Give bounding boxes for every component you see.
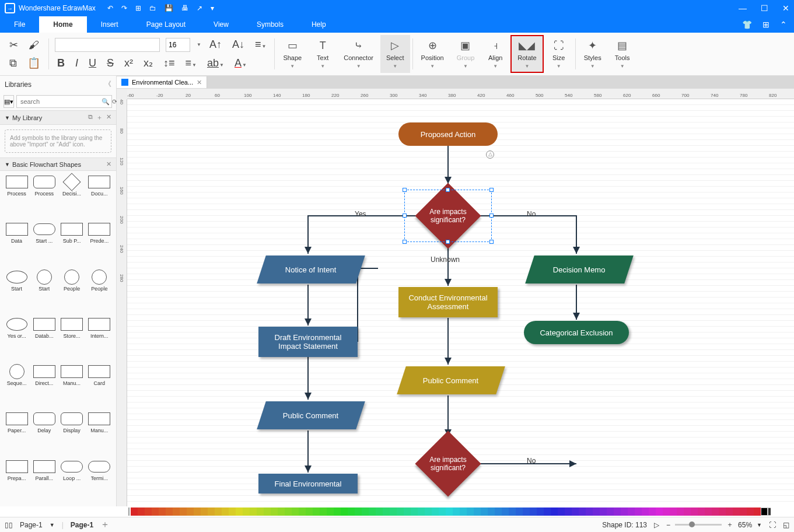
shape-item[interactable]: Paper...	[4, 411, 30, 455]
close-button[interactable]: ✕	[782, 4, 789, 13]
line-spacing-icon[interactable]: ↕≡	[161, 56, 177, 71]
color-swatch[interactable]	[537, 508, 544, 516]
text-button[interactable]: TText▼	[309, 35, 337, 73]
color-swatch[interactable]	[621, 508, 628, 516]
flowchart-shapes-header[interactable]: ▼Basic Flowchart Shapes ✕	[0, 158, 116, 171]
color-swatch[interactable]	[411, 508, 418, 516]
shape-item[interactable]: Termi...	[86, 459, 113, 503]
color-swatch[interactable]	[551, 508, 558, 516]
color-swatch[interactable]	[726, 508, 733, 516]
format-painter-icon[interactable]: 🖌	[26, 38, 41, 52]
add-icon[interactable]: ＋	[96, 113, 103, 122]
color-swatch[interactable]	[488, 508, 495, 516]
color-swatch[interactable]	[278, 508, 285, 516]
node-categorical-exclusion[interactable]: Categorical Exclusion	[524, 321, 629, 344]
node-public-comment-2[interactable]: Public Comment	[397, 366, 505, 394]
remove-cat-icon[interactable]: ✕	[106, 160, 111, 168]
node-decision-memo[interactable]: Decision Memo	[525, 256, 634, 284]
color-swatch[interactable]	[642, 508, 649, 516]
fit-page-icon[interactable]: ⛶	[769, 521, 776, 529]
color-swatch[interactable]	[376, 508, 383, 516]
size-button[interactable]: ⛶Size▼	[545, 35, 573, 73]
color-swatch[interactable]	[544, 508, 551, 516]
color-swatch[interactable]	[159, 508, 166, 516]
color-swatch[interactable]	[670, 508, 677, 516]
color-swatch[interactable]	[362, 508, 369, 516]
page-tab[interactable]: Page-1	[71, 521, 93, 529]
shape-item[interactable]: Start	[31, 270, 57, 313]
remove-lib-icon[interactable]: ✕	[106, 113, 111, 122]
strike-icon[interactable]: S	[104, 56, 116, 71]
menu-insert[interactable]: Insert	[87, 16, 132, 33]
color-swatch[interactable]	[453, 508, 460, 516]
color-swatch[interactable]	[201, 508, 208, 516]
color-swatch[interactable]	[229, 508, 236, 516]
color-swatch[interactable]	[313, 508, 320, 516]
color-swatch[interactable]	[516, 508, 523, 516]
shape-item[interactable]: Process	[4, 174, 30, 218]
color-swatch[interactable]	[467, 508, 474, 516]
expand-node-icon[interactable]: △	[486, 150, 494, 159]
save-icon[interactable]: 💾	[165, 4, 173, 12]
zoom-in-button[interactable]: ＋	[726, 520, 733, 530]
color-swatch[interactable]	[145, 508, 152, 516]
fullscreen-icon[interactable]: ◱	[783, 521, 789, 529]
shape-item[interactable]: Start ...	[31, 222, 57, 265]
print-icon[interactable]: 🖶	[181, 4, 188, 12]
font-family-select[interactable]	[55, 38, 160, 52]
menu-symbols[interactable]: Symbols	[243, 16, 298, 33]
bold-icon[interactable]: B	[55, 56, 67, 71]
node-draft-eis[interactable]: Draft Environmental Impact Statement	[258, 327, 358, 357]
new-icon[interactable]: ⊞	[135, 4, 141, 12]
my-library-header[interactable]: ▼My Library ⧉＋✕	[0, 110, 116, 125]
color-swatch[interactable]	[215, 508, 222, 516]
redo-icon[interactable]: ↷	[121, 4, 127, 12]
color-swatch[interactable]	[635, 508, 642, 516]
color-swatch[interactable]	[740, 508, 747, 516]
tools-button[interactable]: ▤Tools▼	[608, 35, 636, 73]
shape-item[interactable]: Sub P...	[59, 222, 85, 265]
color-swatch[interactable]	[656, 508, 663, 516]
color-swatch[interactable]	[649, 508, 656, 516]
increase-font-icon[interactable]: A↑	[207, 37, 224, 52]
color-swatch[interactable]	[558, 508, 565, 516]
node-impacts-significant-2[interactable]: Are impacts significant?	[416, 432, 480, 496]
shape-item[interactable]: Docu...	[86, 174, 113, 218]
color-swatch[interactable]	[418, 508, 425, 516]
color-swatch[interactable]	[327, 508, 334, 516]
color-swatch[interactable]	[152, 508, 159, 516]
color-swatch[interactable]	[754, 508, 761, 516]
color-swatch[interactable]	[397, 508, 404, 516]
color-swatch[interactable]	[341, 508, 348, 516]
menu-help[interactable]: Help	[298, 16, 340, 33]
position-button[interactable]: ⊕Position▼	[415, 35, 450, 73]
shape-item[interactable]: Loop ...	[59, 459, 85, 503]
library-menu-icon[interactable]: ▤▾	[4, 95, 14, 108]
color-swatch[interactable]	[208, 508, 215, 516]
subscript-icon[interactable]: x₂	[141, 55, 155, 71]
color-swatch[interactable]	[369, 508, 376, 516]
color-swatch[interactable]	[481, 508, 488, 516]
color-swatch[interactable]	[607, 508, 614, 516]
color-swatch[interactable]	[565, 508, 572, 516]
node-impacts-significant[interactable]: Are impacts significant?	[416, 184, 480, 248]
shape-item[interactable]: Seque...	[4, 364, 30, 408]
node-final-env[interactable]: Final Environmental	[258, 474, 358, 494]
align-button[interactable]: ⫞Align▼	[481, 35, 509, 73]
color-swatch[interactable]	[187, 508, 194, 516]
color-swatch[interactable]	[264, 508, 271, 516]
shape-item[interactable]: Direct...	[31, 364, 57, 408]
color-swatch[interactable]	[348, 508, 355, 516]
cut-icon[interactable]: ✂	[7, 37, 20, 52]
shape-item[interactable]: Parall...	[31, 459, 57, 503]
connector-button[interactable]: ⤷Connector▼	[338, 35, 379, 73]
shape-item[interactable]: Process	[31, 174, 57, 218]
menu-view[interactable]: View	[200, 16, 243, 33]
node-notice-intent[interactable]: Notice of Intent	[257, 256, 365, 284]
import-icon[interactable]: ⧉	[88, 113, 93, 122]
styles-button[interactable]: ✦Styles▼	[578, 35, 607, 73]
color-swatch[interactable]	[285, 508, 292, 516]
color-swatch[interactable]	[761, 508, 768, 516]
page-select[interactable]: Page-1	[20, 521, 43, 529]
present-icon[interactable]: ▷	[654, 521, 659, 529]
